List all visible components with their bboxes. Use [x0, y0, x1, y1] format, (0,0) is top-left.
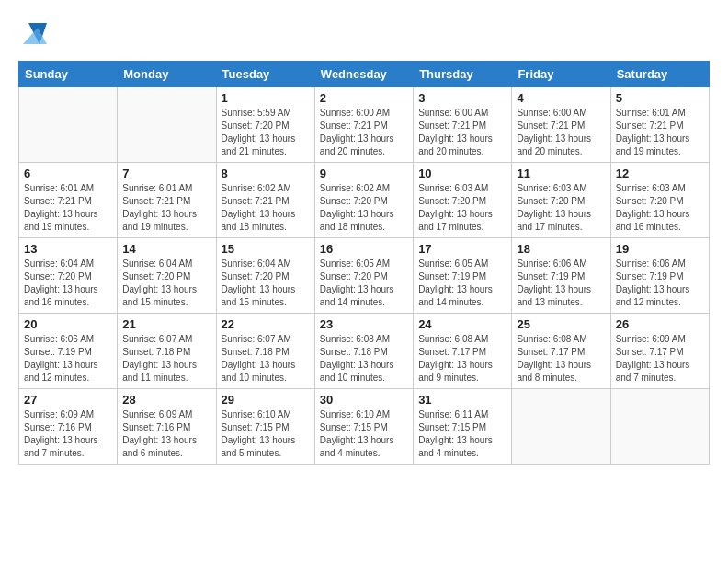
- day-info: Sunrise: 6:10 AM Sunset: 7:15 PM Dayligh…: [320, 408, 408, 460]
- day-cell: 21Sunrise: 6:07 AM Sunset: 7:18 PM Dayli…: [118, 314, 216, 389]
- header: [18, 18, 710, 46]
- day-cell: 16Sunrise: 6:05 AM Sunset: 7:20 PM Dayli…: [314, 238, 413, 314]
- day-info: Sunrise: 6:09 AM Sunset: 7:16 PM Dayligh…: [122, 408, 210, 460]
- day-number: 2: [320, 91, 408, 105]
- day-cell: 27Sunrise: 6:09 AM Sunset: 7:16 PM Dayli…: [19, 389, 118, 465]
- day-info: Sunrise: 6:03 AM Sunset: 7:20 PM Dayligh…: [418, 182, 506, 234]
- calendar: SundayMondayTuesdayWednesdayThursdayFrid…: [18, 61, 710, 465]
- weekday-friday: Friday: [512, 62, 610, 87]
- day-number: 21: [122, 317, 210, 331]
- day-number: 20: [24, 317, 112, 331]
- day-cell: 4Sunrise: 6:00 AM Sunset: 7:21 PM Daylig…: [512, 87, 610, 163]
- day-cell: [118, 87, 216, 163]
- weekday-wednesday: Wednesday: [314, 62, 413, 87]
- day-number: 24: [418, 317, 506, 331]
- day-number: 14: [122, 242, 210, 256]
- day-info: Sunrise: 6:06 AM Sunset: 7:19 PM Dayligh…: [517, 258, 605, 309]
- day-cell: [512, 389, 610, 465]
- day-cell: 6Sunrise: 6:01 AM Sunset: 7:21 PM Daylig…: [19, 163, 118, 238]
- day-info: Sunrise: 6:03 AM Sunset: 7:20 PM Dayligh…: [517, 182, 605, 234]
- page: SundayMondayTuesdayWednesdayThursdayFrid…: [0, 0, 728, 474]
- day-cell: 19Sunrise: 6:06 AM Sunset: 7:19 PM Dayli…: [610, 238, 709, 314]
- day-number: 10: [418, 167, 506, 180]
- week-row-2: 6Sunrise: 6:01 AM Sunset: 7:21 PM Daylig…: [19, 163, 710, 238]
- weekday-monday: Monday: [118, 62, 216, 87]
- day-number: 18: [517, 242, 605, 256]
- day-info: Sunrise: 6:00 AM Sunset: 7:21 PM Dayligh…: [517, 107, 605, 158]
- day-cell: 28Sunrise: 6:09 AM Sunset: 7:16 PM Dayli…: [118, 389, 216, 465]
- day-number: 12: [616, 167, 704, 180]
- week-row-4: 20Sunrise: 6:06 AM Sunset: 7:19 PM Dayli…: [19, 314, 710, 389]
- day-cell: 18Sunrise: 6:06 AM Sunset: 7:19 PM Dayli…: [512, 238, 610, 314]
- day-cell: 12Sunrise: 6:03 AM Sunset: 7:20 PM Dayli…: [610, 163, 709, 238]
- day-cell: 5Sunrise: 6:01 AM Sunset: 7:21 PM Daylig…: [610, 87, 709, 163]
- day-info: Sunrise: 6:08 AM Sunset: 7:17 PM Dayligh…: [418, 333, 506, 385]
- day-cell: 1Sunrise: 5:59 AM Sunset: 7:20 PM Daylig…: [216, 87, 314, 163]
- day-cell: 7Sunrise: 6:01 AM Sunset: 7:21 PM Daylig…: [118, 163, 216, 238]
- day-number: 29: [222, 393, 310, 407]
- weekday-tuesday: Tuesday: [216, 62, 314, 87]
- week-row-5: 27Sunrise: 6:09 AM Sunset: 7:16 PM Dayli…: [19, 389, 710, 465]
- day-number: 9: [320, 167, 408, 180]
- day-info: Sunrise: 6:06 AM Sunset: 7:19 PM Dayligh…: [616, 258, 704, 309]
- day-number: 1: [222, 91, 310, 105]
- day-info: Sunrise: 6:05 AM Sunset: 7:19 PM Dayligh…: [418, 258, 506, 309]
- day-number: 16: [320, 242, 408, 256]
- week-row-3: 13Sunrise: 6:04 AM Sunset: 7:20 PM Dayli…: [19, 238, 710, 314]
- day-cell: 23Sunrise: 6:08 AM Sunset: 7:18 PM Dayli…: [314, 314, 413, 389]
- day-number: 26: [616, 317, 704, 331]
- day-info: Sunrise: 6:07 AM Sunset: 7:18 PM Dayligh…: [122, 333, 210, 385]
- day-info: Sunrise: 6:00 AM Sunset: 7:21 PM Dayligh…: [418, 107, 506, 158]
- day-info: Sunrise: 5:59 AM Sunset: 7:20 PM Dayligh…: [222, 107, 310, 158]
- day-number: 30: [320, 393, 408, 407]
- day-cell: 17Sunrise: 6:05 AM Sunset: 7:19 PM Dayli…: [414, 238, 512, 314]
- day-cell: 25Sunrise: 6:08 AM Sunset: 7:17 PM Dayli…: [512, 314, 610, 389]
- day-cell: 15Sunrise: 6:04 AM Sunset: 7:20 PM Dayli…: [216, 238, 314, 314]
- day-number: 7: [122, 167, 210, 180]
- logo-icon: [21, 18, 49, 46]
- day-number: 28: [122, 393, 210, 407]
- day-cell: 11Sunrise: 6:03 AM Sunset: 7:20 PM Dayli…: [512, 163, 610, 238]
- day-number: 23: [320, 317, 408, 331]
- day-info: Sunrise: 6:11 AM Sunset: 7:15 PM Dayligh…: [418, 408, 506, 460]
- day-cell: 30Sunrise: 6:10 AM Sunset: 7:15 PM Dayli…: [314, 389, 413, 465]
- day-cell: 22Sunrise: 6:07 AM Sunset: 7:18 PM Dayli…: [216, 314, 314, 389]
- day-info: Sunrise: 6:10 AM Sunset: 7:15 PM Dayligh…: [222, 408, 310, 460]
- day-number: 19: [616, 242, 704, 256]
- day-cell: 10Sunrise: 6:03 AM Sunset: 7:20 PM Dayli…: [414, 163, 512, 238]
- day-info: Sunrise: 6:01 AM Sunset: 7:21 PM Dayligh…: [616, 107, 704, 158]
- day-number: 15: [222, 242, 310, 256]
- day-number: 25: [517, 317, 605, 331]
- day-number: 5: [616, 91, 704, 105]
- weekday-sunday: Sunday: [19, 62, 118, 87]
- day-cell: 13Sunrise: 6:04 AM Sunset: 7:20 PM Dayli…: [19, 238, 118, 314]
- day-info: Sunrise: 6:09 AM Sunset: 7:16 PM Dayligh…: [24, 408, 112, 460]
- day-info: Sunrise: 6:06 AM Sunset: 7:19 PM Dayligh…: [24, 333, 112, 385]
- day-cell: 31Sunrise: 6:11 AM Sunset: 7:15 PM Dayli…: [414, 389, 512, 465]
- day-number: 6: [24, 167, 112, 180]
- day-info: Sunrise: 6:08 AM Sunset: 7:18 PM Dayligh…: [320, 333, 408, 385]
- day-info: Sunrise: 6:05 AM Sunset: 7:20 PM Dayligh…: [320, 258, 408, 309]
- weekday-thursday: Thursday: [414, 62, 512, 87]
- day-info: Sunrise: 6:02 AM Sunset: 7:21 PM Dayligh…: [222, 182, 310, 234]
- day-number: 13: [24, 242, 112, 256]
- day-number: 4: [517, 91, 605, 105]
- day-info: Sunrise: 6:08 AM Sunset: 7:17 PM Dayligh…: [517, 333, 605, 385]
- weekday-header: SundayMondayTuesdayWednesdayThursdayFrid…: [19, 62, 710, 87]
- day-info: Sunrise: 6:01 AM Sunset: 7:21 PM Dayligh…: [122, 182, 210, 234]
- day-number: 31: [418, 393, 506, 407]
- day-number: 22: [222, 317, 310, 331]
- day-number: 3: [418, 91, 506, 105]
- day-cell: 3Sunrise: 6:00 AM Sunset: 7:21 PM Daylig…: [414, 87, 512, 163]
- day-cell: 14Sunrise: 6:04 AM Sunset: 7:20 PM Dayli…: [118, 238, 216, 314]
- day-info: Sunrise: 6:04 AM Sunset: 7:20 PM Dayligh…: [24, 258, 112, 309]
- day-info: Sunrise: 6:04 AM Sunset: 7:20 PM Dayligh…: [222, 258, 310, 309]
- day-cell: [19, 87, 118, 163]
- day-info: Sunrise: 6:09 AM Sunset: 7:17 PM Dayligh…: [616, 333, 704, 385]
- day-number: 11: [517, 167, 605, 180]
- day-cell: 24Sunrise: 6:08 AM Sunset: 7:17 PM Dayli…: [414, 314, 512, 389]
- day-cell: 9Sunrise: 6:02 AM Sunset: 7:20 PM Daylig…: [314, 163, 413, 238]
- logo: [18, 18, 49, 46]
- day-cell: 26Sunrise: 6:09 AM Sunset: 7:17 PM Dayli…: [610, 314, 709, 389]
- day-number: 27: [24, 393, 112, 407]
